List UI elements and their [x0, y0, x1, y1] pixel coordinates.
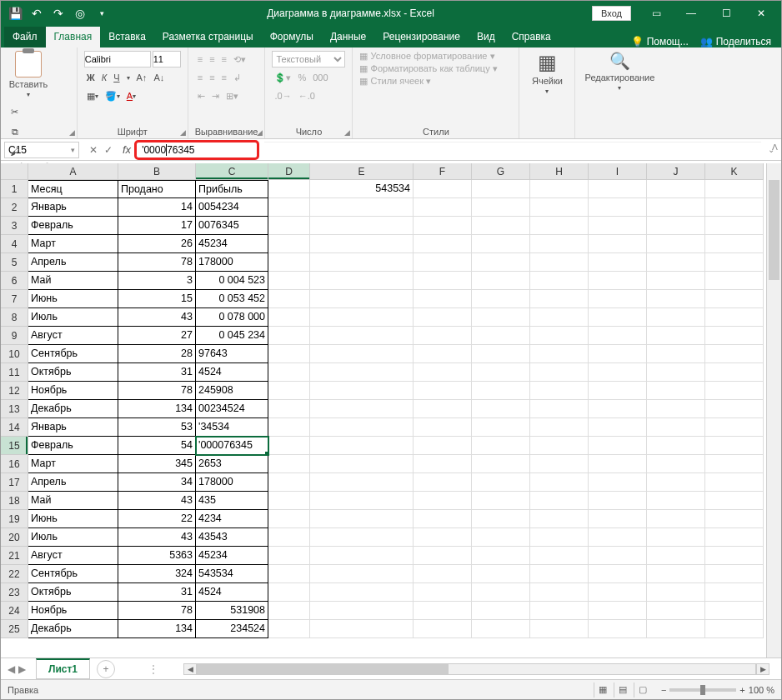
column-header[interactable]: A	[28, 163, 118, 180]
font-name-input[interactable]	[84, 51, 151, 68]
cell[interactable]: Февраль	[28, 217, 118, 235]
merge-icon[interactable]: ⊞▾	[223, 88, 241, 104]
percent-icon[interactable]: %	[295, 69, 308, 86]
cell[interactable]	[589, 620, 647, 638]
cell[interactable]	[530, 583, 589, 602]
row-header[interactable]: 20	[1, 528, 28, 547]
cell[interactable]: 0 045 234	[196, 327, 268, 345]
cell[interactable]	[268, 565, 310, 583]
format-painter-icon[interactable]: 🖌	[8, 143, 22, 160]
collapse-ribbon-icon[interactable]: ᐱ	[772, 142, 778, 152]
cell[interactable]	[472, 455, 530, 473]
cell[interactable]	[530, 528, 589, 547]
column-header[interactable]: G	[472, 163, 530, 180]
cell[interactable]	[647, 382, 705, 400]
cell[interactable]: 45234	[196, 547, 268, 565]
row-header[interactable]: 6	[1, 272, 28, 290]
font-size-input[interactable]	[153, 51, 181, 68]
cell[interactable]	[589, 583, 647, 602]
row-header[interactable]: 8	[1, 308, 28, 327]
cell[interactable]	[268, 473, 310, 492]
number-format-select[interactable]: Текстовый	[272, 51, 345, 68]
cell[interactable]	[472, 327, 530, 345]
cell[interactable]: '34534	[196, 418, 268, 437]
cell[interactable]: 178000	[196, 253, 268, 272]
cell[interactable]	[705, 345, 764, 363]
cancel-formula-icon[interactable]: ✕	[89, 144, 98, 156]
cell[interactable]	[589, 565, 647, 583]
underline-button[interactable]: Ч	[111, 69, 122, 86]
cell[interactable]	[268, 272, 310, 290]
tab-home[interactable]: Главная	[46, 27, 101, 48]
cell[interactable]	[647, 473, 705, 492]
cell[interactable]: 31	[118, 363, 196, 382]
cell[interactable]: 245908	[196, 382, 268, 400]
cell[interactable]	[310, 492, 414, 510]
bold-button[interactable]: Ж	[84, 69, 98, 86]
cell[interactable]	[589, 308, 647, 327]
cell[interactable]: 0 053 452	[196, 290, 268, 308]
cell[interactable]: Июль	[28, 528, 118, 547]
paste-button[interactable]: Вставить▾	[8, 51, 49, 98]
cell[interactable]: 53	[118, 418, 196, 437]
cell[interactable]	[530, 272, 589, 290]
cell[interactable]	[268, 510, 310, 528]
copy-icon[interactable]: ⧉	[8, 123, 22, 140]
cell[interactable]	[414, 253, 472, 272]
row-header[interactable]: 7	[1, 290, 28, 308]
cell[interactable]	[310, 290, 414, 308]
cell[interactable]	[530, 620, 589, 638]
expand-formula-bar-icon[interactable]: ⌄	[761, 145, 781, 154]
cell[interactable]	[589, 198, 647, 217]
cell[interactable]	[647, 235, 705, 253]
row-header[interactable]: 1	[1, 180, 28, 198]
align-bottom-icon[interactable]: ≡	[219, 51, 229, 68]
row-header[interactable]: 9	[1, 327, 28, 345]
next-sheet-icon[interactable]: ▶	[18, 663, 26, 675]
column-header[interactable]: K	[705, 163, 764, 180]
cell[interactable]	[530, 180, 589, 198]
cell[interactable]	[589, 400, 647, 418]
launcher-icon[interactable]: ◢	[180, 128, 186, 137]
cell[interactable]: 4524	[196, 363, 268, 382]
cell[interactable]	[472, 235, 530, 253]
row-header[interactable]: 17	[1, 473, 28, 492]
cell[interactable]: Июнь	[28, 510, 118, 528]
cell[interactable]	[268, 602, 310, 620]
cell[interactable]	[647, 528, 705, 547]
cell[interactable]	[530, 473, 589, 492]
border-icon[interactable]: ▦▾	[84, 88, 101, 104]
cell[interactable]	[647, 492, 705, 510]
cell[interactable]	[530, 253, 589, 272]
minimize-button[interactable]: —	[674, 1, 708, 26]
cell[interactable]: 178000	[196, 473, 268, 492]
cell[interactable]: 43	[118, 492, 196, 510]
cell[interactable]: Сентябрь	[28, 345, 118, 363]
tab-formulas[interactable]: Формулы	[262, 27, 322, 48]
cell[interactable]: 31	[118, 583, 196, 602]
cell[interactable]: 22	[118, 510, 196, 528]
cell[interactable]	[310, 418, 414, 437]
tab-page-layout[interactable]: Разметка страницы	[154, 27, 262, 48]
cell[interactable]	[705, 528, 764, 547]
horizontal-scrollbar[interactable]: ⋮ ◀ ▶	[148, 663, 769, 675]
cell[interactable]	[268, 455, 310, 473]
cell[interactable]	[705, 620, 764, 638]
cell[interactable]	[705, 565, 764, 583]
grow-font-icon[interactable]: A↑	[134, 69, 150, 86]
cell[interactable]	[414, 327, 472, 345]
orientation-icon[interactable]: ⟲▾	[231, 51, 248, 68]
cell[interactable]	[472, 382, 530, 400]
cell[interactable]	[268, 547, 310, 565]
cell[interactable]	[589, 510, 647, 528]
cell[interactable]	[310, 327, 414, 345]
ribbon-display-icon[interactable]: ▭	[639, 1, 673, 26]
cell[interactable]	[589, 345, 647, 363]
cell[interactable]	[414, 473, 472, 492]
share-button[interactable]: 👥 Поделиться	[700, 36, 771, 48]
cell[interactable]	[414, 345, 472, 363]
cell[interactable]	[268, 217, 310, 235]
cell[interactable]	[472, 363, 530, 382]
cell[interactable]: 0054234	[196, 198, 268, 217]
comma-icon[interactable]: 000	[310, 69, 330, 86]
